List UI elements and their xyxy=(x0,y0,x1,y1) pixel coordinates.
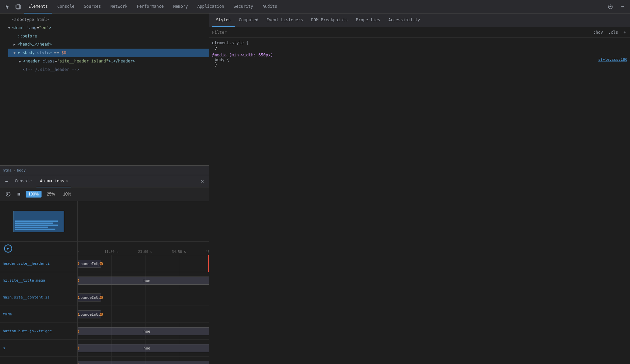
play-pause-icon[interactable] xyxy=(15,190,23,198)
track-bar-bounceinup-2[interactable]: bounceInUp xyxy=(78,293,101,302)
tab-memory[interactable]: Memory xyxy=(169,0,192,14)
anim-controls: 100% 25% 10% xyxy=(0,187,209,201)
track-row-4: hue xyxy=(78,323,209,340)
tab-animations[interactable]: Animations ✕ xyxy=(36,175,71,187)
topbar-right: ⋯ xyxy=(606,2,627,11)
css-source-link[interactable]: style.css:180 xyxy=(598,57,627,62)
dom-line-doctype[interactable]: <!doctype html> xyxy=(0,16,209,24)
timeline-track-area: 0 11.50 s 23.00 s 34.50 s 46.00 s 57.50 … xyxy=(78,201,209,364)
breadcrumb-html[interactable]: html xyxy=(3,168,12,173)
tab-animations-close[interactable]: ✕ xyxy=(65,179,68,183)
tab-accessibility[interactable]: Accessibility xyxy=(384,14,424,27)
track-dot-3-end[interactable] xyxy=(100,313,103,316)
bottom-panel: ⋯ Console Animations ✕ ✕ xyxy=(0,175,209,364)
track-row-0: bounceInUp xyxy=(78,255,209,272)
left-panel: <!doctype html> ▼<html lang="en"> ::befo… xyxy=(0,14,209,364)
tab-security[interactable]: Security xyxy=(230,0,257,14)
styles-filter-bar: :hov .cls + xyxy=(209,27,630,38)
track-bar-bounceinup-3[interactable]: bounceInUp xyxy=(78,310,101,318)
anim-label-form[interactable]: form xyxy=(0,306,77,323)
breadcrumb: html › body xyxy=(0,165,209,175)
tab-dom-breakpoints[interactable]: DOM Breakpoints xyxy=(307,14,352,27)
svg-rect-6 xyxy=(19,193,20,196)
tab-properties[interactable]: Properties xyxy=(352,14,384,27)
dom-line-header[interactable]: ▶<header class="site__header island">…</… xyxy=(0,57,209,66)
speed-25-button[interactable]: 25% xyxy=(44,191,58,198)
speed-100-button[interactable]: 100% xyxy=(26,191,42,198)
tab-styles[interactable]: Styles xyxy=(212,14,235,27)
feedback-icon[interactable] xyxy=(606,2,615,11)
dom-line-html[interactable]: ▼<html lang="en"> xyxy=(0,24,209,32)
tab-elements[interactable]: Elements xyxy=(24,0,52,14)
dom-line-body[interactable]: ▼▼ <body style> == $0 xyxy=(0,49,209,57)
track-bar-bounceinup-0[interactable]: bounceInUp xyxy=(78,260,101,268)
styles-tabbar: Styles Computed Event Listeners DOM Brea… xyxy=(209,14,630,27)
track-dot-0-end[interactable] xyxy=(100,262,103,265)
animation-preview xyxy=(14,211,64,232)
add-style-button[interactable]: + xyxy=(622,29,627,35)
right-panel: Styles Computed Event Listeners DOM Brea… xyxy=(209,14,630,364)
animations-panel: 100% 25% 10% xyxy=(0,187,209,364)
bottom-tabbar: ⋯ Console Animations ✕ ✕ xyxy=(0,175,209,187)
track-dot-2-end[interactable] xyxy=(100,296,103,299)
anim-label-button[interactable]: button.butt.js--trigge xyxy=(0,323,77,340)
tab-audits[interactable]: Audits xyxy=(259,0,281,14)
hov-button[interactable]: :hov xyxy=(592,29,604,35)
track-row-2: bounceInUp xyxy=(78,289,209,306)
tab-event-listeners[interactable]: Event Listeners xyxy=(262,14,307,27)
anim-label-h1[interactable]: h1.site__title.mega xyxy=(0,272,77,289)
css-rule-element-style: element.style { } xyxy=(212,41,627,50)
track-row-3: bounceInUp xyxy=(78,306,209,323)
track-row-6: hue xyxy=(78,357,209,364)
more-panels-icon[interactable]: ⋯ xyxy=(3,178,10,184)
svg-rect-5 xyxy=(18,193,19,196)
svg-rect-0 xyxy=(16,5,21,8)
speed-10-button[interactable]: 10% xyxy=(60,191,74,198)
tab-network[interactable]: Network xyxy=(106,0,132,14)
more-options-icon[interactable]: ⋯ xyxy=(618,2,627,11)
timeline-labels: ▶ header.site__header.i h1.site__title.m… xyxy=(0,201,78,364)
play-timeline-button[interactable]: ▶ xyxy=(4,244,12,253)
timeline-ruler: 0 11.50 s 23.00 s 34.50 s 46.00 s 57.50 … xyxy=(78,242,209,255)
pause-animations-button[interactable] xyxy=(4,190,12,198)
breadcrumb-body[interactable]: body xyxy=(17,168,26,173)
track-bar-hue-6[interactable]: hue xyxy=(78,361,209,364)
dom-line-before[interactable]: ::before xyxy=(0,32,209,40)
track-row-1: hue xyxy=(78,272,209,289)
devtools-topbar: Elements Console Sources Network Perform… xyxy=(0,0,630,14)
track-row-5: hue xyxy=(78,340,209,357)
main-layout: <!doctype html> ▼<html lang="en"> ::befo… xyxy=(0,14,630,364)
tab-console[interactable]: Console xyxy=(53,0,79,14)
close-bottom-panel-button[interactable]: ✕ xyxy=(198,177,206,185)
cls-button[interactable]: .cls xyxy=(607,29,620,35)
anim-label-header[interactable]: header.site__header.i xyxy=(0,255,77,272)
anim-label-a2[interactable]: a xyxy=(0,357,77,364)
styles-content: element.style { } @media (min-width: 650… xyxy=(209,38,630,364)
device-icon[interactable] xyxy=(14,2,23,11)
tab-sources[interactable]: Sources xyxy=(80,0,105,14)
tab-console-bottom[interactable]: Console xyxy=(11,175,35,187)
track-bar-hue-1[interactable]: hue xyxy=(78,277,209,285)
anim-label-main[interactable]: main.site__content.is xyxy=(0,289,77,306)
cursor-icon[interactable] xyxy=(3,2,12,11)
tab-application[interactable]: Application xyxy=(193,0,228,14)
svg-point-3 xyxy=(6,192,10,196)
css-rule-media-body: @media (min-width: 650px) body { style.c… xyxy=(212,53,627,67)
timeline-red-indicator xyxy=(208,255,209,272)
track-bar-hue-4[interactable]: hue xyxy=(78,327,209,335)
dom-line-comment: <!-- /.site__header --> xyxy=(0,66,209,74)
styles-filter-input[interactable] xyxy=(212,30,589,35)
dom-line-head[interactable]: ▶<head>…</head> xyxy=(0,40,209,49)
anim-label-a1[interactable]: a xyxy=(0,340,77,357)
tab-computed[interactable]: Computed xyxy=(235,14,262,27)
timeline-area: ▶ header.site__header.i h1.site__title.m… xyxy=(0,201,209,364)
tab-performance[interactable]: Performance xyxy=(133,0,168,14)
dom-tree: <!doctype html> ▼<html lang="en"> ::befo… xyxy=(0,14,209,165)
track-bar-hue-5[interactable]: hue xyxy=(78,344,209,352)
timeline-tracks: bounceInUp xyxy=(78,255,209,364)
